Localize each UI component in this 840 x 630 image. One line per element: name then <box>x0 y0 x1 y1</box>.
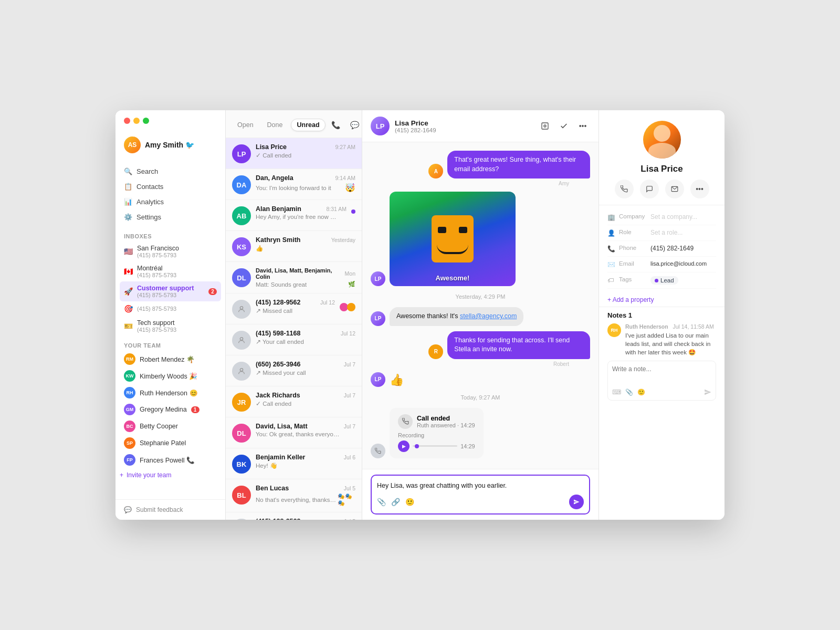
conv-name: (415) 128-9562 <box>256 299 300 306</box>
inbox-tech-support[interactable]: 🎫 Tech support (415) 875-5793 <box>120 316 221 336</box>
conv-ben-lucas[interactable]: BL Ben Lucas Jul 5 No that's everything,… <box>226 479 362 512</box>
conv-emoji-indicators <box>340 303 355 311</box>
team-stephanie-patel[interactable]: SP Stephanie Patel <box>120 435 221 452</box>
conv-alan-benjamin[interactable]: AB Alan Benjamin 8:31 AM Hey Amy, if you… <box>226 200 362 231</box>
company-value[interactable]: Set a company... <box>650 213 716 220</box>
conv-preview: ✓ Call ended <box>256 400 340 407</box>
call-card: Call ended Ruth answered · 14:29 Recordi… <box>390 408 484 458</box>
team-list: RM Robert Mendez 🌴 KW Kimberly Woods 🎉 R… <box>116 351 225 468</box>
field-email: ✉️ Email lisa.price@icloud.com <box>607 257 716 272</box>
attachment-icon[interactable]: 📎 <box>377 498 386 506</box>
lisa-avatar: LP <box>371 271 385 286</box>
inbox-name: Montréal <box>137 265 217 272</box>
close-button[interactable] <box>124 118 130 124</box>
note-attach-icon[interactable]: 📎 <box>625 388 633 396</box>
traffic-lights <box>124 118 149 124</box>
note-format-icon[interactable]: ⌨ <box>612 388 621 396</box>
minimize-button[interactable] <box>133 118 140 124</box>
tab-open[interactable]: Open <box>232 119 259 131</box>
company-label: Company <box>619 213 646 219</box>
audio-progress[interactable] <box>413 445 457 447</box>
inbox-customer-support[interactable]: 🚀 Customer support (415) 875-5793 2 <box>120 281 221 301</box>
phone-icon: 📞 <box>607 245 615 253</box>
inboxes-list: 🇺🇸 San Francisco (415) 875-5793 🇨🇦 Montr… <box>116 242 225 336</box>
msg-row-incoming-email: LP Awesome thanks! It's stella@agency.co… <box>371 307 590 326</box>
conv-preview: No that's everything, thanks again! 👆 <box>256 496 338 503</box>
invite-team-button[interactable]: + Invite your team <box>116 468 225 482</box>
conv-jack-richards[interactable]: JR Jack Richards Jul 7 ✓ Call ended <box>226 386 362 417</box>
msg-row-image: LP Awesome! <box>371 192 590 286</box>
conversation-list: Open Done Unread 📞 💬 LP Lisa Price 9:27 … <box>226 110 362 520</box>
conv-preview: ↗ Missed your call <box>256 369 340 376</box>
msg-row-outgoing-2: Thanks for sending that across. I'll sen… <box>371 331 590 359</box>
team-member-name: Kimberly Woods 🎉 <box>140 372 197 380</box>
emoji-icon[interactable]: 🙂 <box>405 498 414 506</box>
more-action-btn[interactable]: ••• <box>690 180 709 198</box>
nav-item-analytics[interactable]: 📊 Analytics <box>120 194 221 209</box>
note-send-icon[interactable] <box>704 388 711 396</box>
conv-benjamin-keller[interactable]: BK Benjamin Keller Jul 6 Hey! 👋 <box>226 448 362 479</box>
conv-lisa-price[interactable]: LP Lisa Price 9:27 AM ✓ Call ended <box>226 138 362 169</box>
chat-header-avatar: LP <box>371 117 390 135</box>
conv-preview: Hey Amy, if you're free now we can ju... <box>256 214 340 220</box>
inbox-phone: (415) 875-5793 <box>137 292 204 298</box>
conv-phone-598-1168-1[interactable]: (415) 598-1168 Jul 12 ↗ Your call ended <box>226 324 362 355</box>
team-robert-mendez[interactable]: RM Robert Mendez 🌴 <box>120 351 221 368</box>
conv-phone-650[interactable]: (650) 265-3946 Jul 7 ↗ Missed your call <box>226 355 362 386</box>
feedback-button[interactable]: 💬 Submit feedback <box>116 499 225 520</box>
nav-item-contacts[interactable]: 📋 Contacts <box>120 179 221 194</box>
note-author-avatar: RH <box>607 323 621 337</box>
role-value[interactable]: Set a role... <box>650 229 716 236</box>
more-icon-btn[interactable]: ••• <box>575 119 590 133</box>
play-button[interactable]: ▶ <box>398 440 410 452</box>
add-property-button[interactable]: + Add a property <box>599 293 724 307</box>
note-textarea[interactable] <box>612 365 711 384</box>
send-button[interactable] <box>569 495 584 509</box>
team-kimberly-woods[interactable]: KW Kimberly Woods 🎉 <box>120 368 221 384</box>
team-frances-powell[interactable]: FP Frances Powell 📞 <box>120 452 221 468</box>
conv-phone-128-jul5[interactable]: (415) 128-9562 Jul 5 ↗ Missed call <box>226 512 362 520</box>
phone-label: Phone <box>619 245 646 251</box>
inbox-montreal[interactable]: 🇨🇦 Montréal (415) 875-5793 <box>120 261 221 281</box>
email-link[interactable]: stella@agency.com <box>460 312 517 320</box>
svg-point-0 <box>240 307 243 309</box>
recording-label: Recording <box>398 432 475 438</box>
msg-row-outgoing-1: That's great news! Sure thing, what's th… <box>371 151 590 178</box>
tab-done[interactable]: Done <box>262 119 288 131</box>
conv-avatar <box>232 300 251 319</box>
paperclip-icon[interactable]: 🔗 <box>391 498 400 506</box>
nav-item-settings[interactable]: ⚙️ Settings <box>120 209 221 225</box>
sidebar-user[interactable]: AS Amy Smith 🐦 <box>116 131 225 162</box>
maximize-button[interactable] <box>143 118 149 124</box>
inbox-unnamed[interactable]: 🎯 (415) 875-5793 <box>120 301 221 316</box>
email-action-btn[interactable] <box>665 180 684 198</box>
screenshot-icon-btn[interactable] <box>538 119 552 133</box>
team-betty-cooper[interactable]: BC Betty Cooper <box>120 418 221 435</box>
conv-header: Open Done Unread 📞 💬 <box>226 110 362 138</box>
conv-david-lisa-matt[interactable]: DL David, Lisa, Matt Jul 7 You: Ok great… <box>226 417 362 448</box>
lego-image: Awesome! <box>390 192 516 286</box>
team-ruth-henderson[interactable]: RH Ruth Henderson 😊 <box>120 384 221 401</box>
conv-group-david[interactable]: DL David, Lisa, Matt, Benjamin, Colin Mo… <box>226 262 362 293</box>
call-avatar <box>371 444 385 458</box>
phone-icon-btn[interactable]: 📞 <box>329 118 343 132</box>
message-input[interactable] <box>377 480 584 491</box>
chat-action-btn[interactable] <box>640 180 659 198</box>
nav-item-search[interactable]: 🔍 Search <box>120 164 221 179</box>
conv-kathryn-smith[interactable]: KS Kathryn Smith Yesterday 👍 <box>226 231 362 262</box>
team-gregory-medina[interactable]: GM Gregory Medina 1 <box>120 401 221 418</box>
contact-big-avatar <box>643 121 681 159</box>
note-text: I've just added Lisa to our main leads l… <box>625 331 716 356</box>
conv-phone-128-9562-1[interactable]: (415) 128-9562 Jul 12 ↗ Missed call <box>226 293 362 324</box>
message-icon-btn[interactable]: 💬 <box>348 118 362 132</box>
tab-unread[interactable]: Unread <box>291 119 325 131</box>
conv-preview: ✓ Call ended <box>256 152 340 159</box>
call-action-btn[interactable] <box>615 180 634 198</box>
tags-label: Tags <box>619 276 646 282</box>
conv-dan-angela[interactable]: DA Dan, Angela 9:14 AM You: I'm looking … <box>226 169 362 200</box>
check-icon-btn[interactable] <box>556 119 571 133</box>
conv-time: 8:31 AM <box>326 206 346 212</box>
inbox-san-francisco[interactable]: 🇺🇸 San Francisco (415) 875-5793 <box>120 242 221 261</box>
tag-chip[interactable]: Lead <box>650 276 678 285</box>
note-emoji-icon[interactable]: 🙂 <box>637 388 645 396</box>
